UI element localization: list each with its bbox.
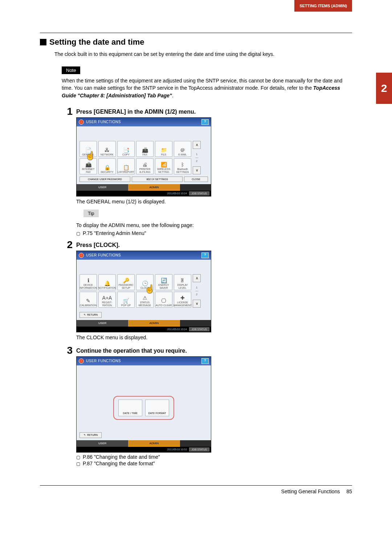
menu-label: COPY (122, 153, 130, 156)
panel-header: USER FUNCTIONS ? (77, 251, 211, 260)
scroll-up-button[interactable]: ∧ (193, 141, 201, 149)
footer-page: 85 (346, 489, 352, 494)
menu-button[interactable]: 📄GENERAL (79, 141, 97, 157)
menu-button[interactable]: ✎CALIBRATION (79, 292, 97, 308)
tab-user[interactable]: USER (77, 320, 128, 327)
menu-label: REGIST- RATION (102, 301, 112, 307)
menu-label: STATUS MESSAGE (139, 301, 151, 307)
menu-button[interactable]: 📠INTERNET FAX (79, 158, 97, 174)
menu-button[interactable]: 🔔NOTIFICATION (98, 274, 116, 290)
return-arrow-icon: ↰ (83, 434, 86, 437)
menu-button[interactable]: 🔄ENERGY SAVER (155, 274, 172, 290)
menu-label: FAX (142, 153, 147, 156)
menu-label: PRINTER /e-FILING (139, 168, 151, 173)
date-format-button[interactable]: DATE FORMAT (145, 400, 169, 416)
menu-button[interactable]: 📋LIST/REPORT (117, 158, 135, 174)
tab-admin[interactable]: ADMIN (128, 184, 180, 191)
chapter-side-tab: 2 (376, 73, 392, 104)
section-title-text: Setting the date and time (49, 37, 144, 47)
scroll-column: ∧1 — 2∨ (193, 141, 201, 174)
menu-button[interactable]: 🖵AUTO CLEAR (155, 292, 172, 308)
scroll-up-button[interactable]: ∧ (193, 274, 201, 282)
scroll-down-button[interactable]: ∨ (193, 166, 201, 174)
step-3: 3 Continue the operation that you requir… (40, 345, 352, 467)
logo-icon (79, 119, 84, 125)
help-button[interactable]: ? (201, 119, 209, 125)
menu-label: PASSWORD SETUP (119, 284, 133, 289)
menu-label: DEVICE INFORMATION (79, 284, 97, 289)
menu-icon: ᛒ (181, 162, 184, 167)
menu-button[interactable]: ⚠STATUS MESSAGE (136, 292, 154, 308)
step-1-title: Press [GENERAL] in the ADMIN (1/2) menu. (76, 109, 352, 115)
panel-title: USER FUNCTIONS (86, 253, 121, 257)
menu-icon: ℹ (87, 278, 89, 283)
tip-label: Tip (83, 210, 99, 217)
tab-admin[interactable]: ADMIN (128, 320, 180, 327)
menu-label: WIRELESS SETTING (157, 168, 170, 173)
menu-icon: 📁 (161, 147, 167, 153)
step-1: 1 Press [GENERAL] in the ADMIN (1/2) men… (40, 106, 352, 237)
menu-icon: 📠 (85, 162, 91, 167)
change-password-button[interactable]: CHANGE USER PASSWORD (79, 177, 130, 182)
8021x-settings-button[interactable]: 802.1X SETTINGS (132, 177, 183, 182)
step-1-after: The GENERAL menu (1/2) is displayed. (76, 199, 352, 204)
job-status-button[interactable]: JOB STATUS (189, 191, 209, 195)
job-status-button[interactable]: JOB STATUS (189, 327, 209, 331)
menu-icon: 🔑 (123, 278, 129, 283)
step-3-ref2: P.87 "Changing the date format" (76, 461, 352, 466)
menu-button[interactable]: 🔒SECURITY (98, 158, 116, 174)
menu-button[interactable]: 📑COPY (117, 141, 135, 157)
status-datetime: 2011/05/10 10:24 (167, 328, 187, 331)
menu-button[interactable]: ＠E-MAIL (174, 141, 191, 157)
menu-icon: 🖨 (142, 162, 147, 167)
step-3-ref1: P.86 "Changing the date and time" (76, 454, 352, 460)
menu-label: GENERAL (82, 153, 94, 156)
step-2-after: The CLOCK menu is displayed. (76, 335, 352, 340)
menu-icon: 📠 (142, 147, 148, 153)
tab-user[interactable]: USER (77, 184, 128, 191)
menu-button[interactable]: ✚LICENSE MANAGEMENT (174, 292, 191, 308)
step-2-number: 2 (62, 240, 73, 343)
menu-button[interactable]: 📠FAX (136, 141, 154, 157)
section-title: Setting the date and time (40, 37, 352, 47)
return-button[interactable]: ↰ RETURN (79, 432, 102, 438)
menu-button[interactable]: 📶WIRELESS SETTING (155, 158, 172, 174)
menu-icon: ＠ (180, 147, 185, 153)
menu-label: SECURITY (101, 171, 113, 173)
step-1-number: 1 (62, 106, 73, 237)
job-status-button[interactable]: JOB STATUS (189, 447, 209, 451)
menu-button[interactable]: ᛒBluetooth SETTINGS (174, 158, 191, 174)
return-button[interactable]: ↰ RETURN (79, 312, 102, 318)
menu-button[interactable]: 🖨PRINTER /e-FILING (136, 158, 154, 174)
menu-label: AUTO CLEAR (156, 304, 172, 307)
menu-button[interactable]: 📁FILE (155, 141, 172, 157)
menu-button[interactable]: 🛒POP UP (117, 292, 135, 308)
menu-icon: 📄 (85, 147, 91, 153)
page-indicator: 1 — 2 (195, 153, 198, 163)
tab-user[interactable]: USER (77, 440, 128, 447)
scroll-column: ∧1 — 2∨ (193, 274, 201, 308)
tab-admin[interactable]: ADMIN (128, 440, 180, 447)
menu-button[interactable]: 🕒CLOCK (136, 274, 154, 290)
step-3-title: Continue the operation that you require. (76, 348, 352, 354)
date-time-button[interactable]: DATE / TIME (118, 400, 142, 416)
menu-button[interactable]: ℹDEVICE INFORMATION (79, 274, 97, 290)
menu-icon: 🔒 (104, 165, 110, 170)
menu-button[interactable]: 🖧NETWORK (98, 141, 116, 157)
menu-button[interactable]: 🎚DISPLAY LEVEL (174, 274, 191, 290)
intro-text: The clock built in to this equipment can… (54, 51, 352, 57)
note-label: Note (62, 66, 80, 74)
panel-title: USER FUNCTIONS (86, 359, 121, 363)
logo-icon (79, 253, 84, 258)
step-1-ref: P.75 "Entering Admin Menu" (76, 230, 352, 236)
tab-spacer (180, 184, 211, 191)
menu-icon: 📑 (123, 147, 129, 153)
close-button[interactable]: CLOSE (184, 177, 208, 182)
menu-label: LIST/REPORT (118, 171, 134, 173)
help-button[interactable]: ? (201, 252, 209, 258)
step-1-tip-text: To display the ADMIN menu, see the follo… (76, 222, 352, 228)
menu-button[interactable]: 🔑PASSWORD SETUP (117, 274, 135, 290)
help-button[interactable]: ? (201, 358, 209, 364)
scroll-down-button[interactable]: ∨ (193, 300, 201, 308)
menu-button[interactable]: A+AREGIST- RATION (98, 292, 116, 308)
